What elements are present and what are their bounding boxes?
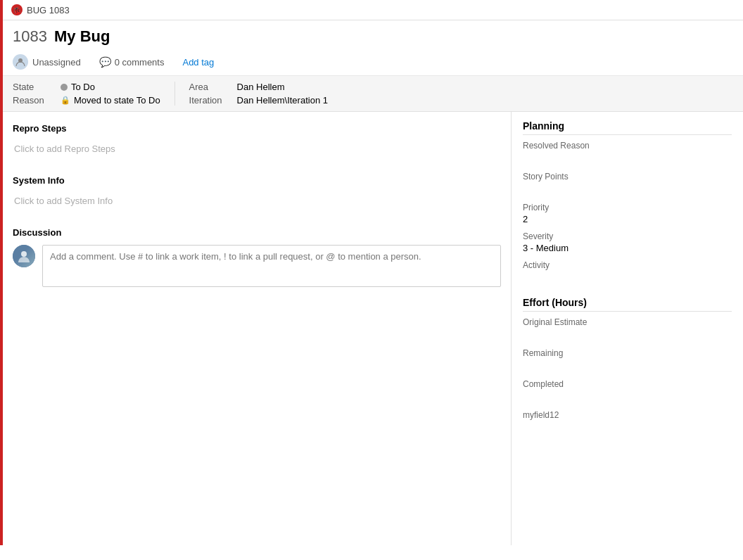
resolved-reason-field: Resolved Reason — [523, 141, 732, 165]
area-field: Area Dan Hellem — [189, 82, 328, 92]
story-points-field: Story Points — [523, 172, 732, 196]
top-bar: 🐞 BUG 1083 — [3, 0, 743, 20]
system-info-section: System Info Click to add System Info — [13, 175, 501, 210]
completed-value[interactable] — [523, 390, 732, 403]
fields-row: State To Do Reason 🔒 Moved to state To D… — [3, 76, 743, 112]
activity-label: Activity — [523, 260, 732, 270]
area-iteration-group: Area Dan Hellem Iteration Dan Hellem\Ite… — [174, 82, 328, 106]
state-reason-group: State To Do Reason 🔒 Moved to state To D… — [13, 82, 160, 106]
comment-input-row — [13, 245, 501, 287]
severity-label: Severity — [523, 231, 732, 241]
activity-value[interactable] — [523, 272, 732, 284]
state-label: State — [13, 82, 55, 92]
severity-value[interactable]: 3 - Medium — [523, 243, 732, 253]
bug-icon: 🐞 — [11, 4, 23, 15]
myfield12-label: myfield12 — [523, 410, 732, 420]
area-label: Area — [189, 82, 231, 92]
reason-value[interactable]: 🔒 Moved to state To Do — [61, 95, 160, 106]
effort-section: Effort (Hours) Original Estimate Remaini… — [523, 297, 732, 434]
iteration-value[interactable]: Dan Hellem\Iteration 1 — [237, 95, 328, 106]
remaining-value[interactable] — [523, 359, 732, 372]
state-value[interactable]: To Do — [61, 82, 95, 92]
remaining-label: Remaining — [523, 348, 732, 358]
activity-field: Activity — [523, 260, 732, 284]
comment-avatar — [13, 245, 35, 267]
iteration-field: Iteration Dan Hellem\Iteration 1 — [189, 95, 328, 106]
repro-steps-title: Repro Steps — [13, 123, 501, 134]
system-info-title: System Info — [13, 175, 501, 186]
discussion-title: Discussion — [13, 227, 501, 238]
repro-steps-section: Repro Steps Click to add Repro Steps — [13, 123, 501, 158]
work-item-title[interactable]: My Bug — [54, 27, 110, 46]
assignee-label: Unassigned — [32, 57, 81, 68]
completed-field: Completed — [523, 379, 732, 403]
story-points-value[interactable] — [523, 183, 732, 196]
top-bar-title: BUG 1083 — [27, 5, 70, 15]
original-estimate-label: Original Estimate — [523, 317, 732, 327]
discussion-section: Discussion — [13, 227, 501, 287]
content-area: Repro Steps Click to add Repro Steps Sys… — [3, 112, 743, 545]
resolved-reason-label: Resolved Reason — [523, 141, 732, 151]
iteration-label: Iteration — [189, 95, 231, 106]
assigned-user[interactable]: Unassigned — [13, 54, 81, 70]
reason-label: Reason — [13, 95, 55, 106]
story-points-label: Story Points — [523, 172, 732, 182]
resolved-reason-value[interactable] — [523, 152, 732, 165]
reason-field: Reason 🔒 Moved to state To Do — [13, 95, 160, 106]
comment-box[interactable] — [42, 245, 501, 287]
priority-field: Priority 2 — [523, 203, 732, 224]
comment-textarea[interactable] — [50, 251, 493, 272]
state-field: State To Do — [13, 82, 160, 92]
original-estimate-value[interactable] — [523, 329, 732, 341]
priority-value[interactable]: 2 — [523, 214, 732, 224]
svg-point-1 — [21, 251, 27, 257]
title-row: 1083 My Bug — [3, 20, 743, 51]
add-tag-button[interactable]: Add tag — [182, 57, 214, 68]
avatar-icon — [13, 54, 28, 70]
state-dot — [61, 84, 68, 91]
meta-row: Unassigned 💬 0 comments Add tag — [3, 51, 743, 76]
left-panel: Repro Steps Click to add Repro Steps Sys… — [3, 112, 511, 545]
remaining-field: Remaining — [523, 348, 732, 372]
work-item-id: 1083 — [13, 27, 47, 46]
effort-title: Effort (Hours) — [523, 297, 732, 312]
myfield12-value[interactable] — [523, 421, 732, 434]
planning-title: Planning — [523, 120, 732, 135]
comments-button[interactable]: 💬 0 comments — [95, 55, 169, 69]
completed-label: Completed — [523, 379, 732, 389]
area-value[interactable]: Dan Hellem — [237, 82, 285, 92]
myfield12-field: myfield12 — [523, 410, 732, 434]
comment-icon: 💬 — [99, 56, 111, 68]
lock-icon: 🔒 — [61, 96, 70, 105]
right-panel: Planning Resolved Reason Story Points Pr… — [511, 112, 743, 545]
original-estimate-field: Original Estimate — [523, 317, 732, 341]
avatar-image — [13, 245, 35, 267]
system-info-placeholder[interactable]: Click to add System Info — [13, 191, 501, 210]
planning-section: Planning Resolved Reason Story Points Pr… — [523, 120, 732, 284]
comments-count: 0 comments — [115, 57, 165, 68]
priority-label: Priority — [523, 203, 732, 212]
work-item-container: 🐞 BUG 1083 1083 My Bug Unassigned 💬 0 co… — [0, 0, 743, 545]
severity-field: Severity 3 - Medium — [523, 231, 732, 253]
repro-steps-placeholder[interactable]: Click to add Repro Steps — [13, 139, 501, 158]
